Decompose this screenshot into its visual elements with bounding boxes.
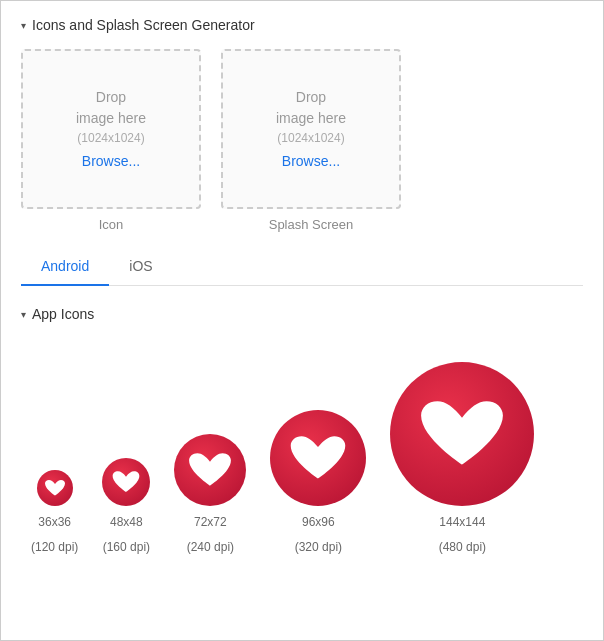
icon-label-96: 96x96 [302, 514, 335, 531]
icon-browse-link[interactable]: Browse... [82, 151, 140, 172]
splash-drop-container: Dropimage here (1024x1024) Browse... Spl… [221, 49, 401, 232]
icon-drop-size: (1024x1024) [77, 129, 144, 147]
section-chevron-icon[interactable]: ▾ [21, 20, 26, 31]
icons-row: 36x36 (120 dpi) 48x48 (160 dpi) [21, 352, 583, 556]
main-container: ▾ Icons and Splash Screen Generator Drop… [1, 1, 603, 572]
heart-pulse-icon-36 [44, 479, 66, 497]
icon-item-48: 48x48 (160 dpi) [102, 458, 150, 556]
section-header: ▾ Icons and Splash Screen Generator [21, 17, 583, 33]
icon-drop-text-line1: Dropimage here [76, 87, 146, 129]
heart-pulse-icon-144 [417, 397, 507, 471]
app-icons-section: ▾ App Icons 36x36 (120 dpi) [21, 306, 583, 556]
icon-item-144: 144x144 (480 dpi) [390, 362, 534, 556]
splash-drop-text-line1: Dropimage here [276, 87, 346, 129]
icon-label-144: 144x144 [439, 514, 485, 531]
app-icon-144[interactable] [390, 362, 534, 506]
icon-label-72: 72x72 [194, 514, 227, 531]
app-icons-chevron-icon[interactable]: ▾ [21, 309, 26, 320]
section-title: Icons and Splash Screen Generator [32, 17, 255, 33]
tab-ios[interactable]: iOS [109, 248, 172, 286]
splash-label: Splash Screen [269, 217, 354, 232]
icon-item-72: 72x72 (240 dpi) [174, 434, 246, 556]
icon-label: Icon [99, 217, 124, 232]
icon-dpi-96: (320 dpi) [295, 539, 342, 556]
app-icons-header: ▾ App Icons [21, 306, 583, 322]
app-icons-title: App Icons [32, 306, 94, 322]
heart-pulse-icon-96 [288, 433, 348, 483]
app-icon-96[interactable] [270, 410, 366, 506]
splash-drop-zone[interactable]: Dropimage here (1024x1024) Browse... [221, 49, 401, 209]
heart-pulse-icon-72 [187, 451, 233, 489]
app-icon-48[interactable] [102, 458, 150, 506]
app-icon-36[interactable] [37, 470, 73, 506]
drop-zone-row: Dropimage here (1024x1024) Browse... Ico… [21, 49, 583, 232]
heart-pulse-icon-48 [111, 470, 141, 494]
icon-item-96: 96x96 (320 dpi) [270, 410, 366, 556]
icon-dpi-144: (480 dpi) [439, 539, 486, 556]
icon-drop-zone[interactable]: Dropimage here (1024x1024) Browse... [21, 49, 201, 209]
icon-label-48: 48x48 [110, 514, 143, 531]
icon-dpi-72: (240 dpi) [187, 539, 234, 556]
icon-dpi-48: (160 dpi) [103, 539, 150, 556]
splash-browse-link[interactable]: Browse... [282, 151, 340, 172]
app-icon-72[interactable] [174, 434, 246, 506]
tab-android[interactable]: Android [21, 248, 109, 286]
icon-label-36: 36x36 [38, 514, 71, 531]
tabs-row: Android iOS [21, 248, 583, 286]
splash-drop-size: (1024x1024) [277, 129, 344, 147]
icon-dpi-36: (120 dpi) [31, 539, 78, 556]
icon-item-36: 36x36 (120 dpi) [31, 470, 78, 556]
icon-drop-container: Dropimage here (1024x1024) Browse... Ico… [21, 49, 201, 232]
